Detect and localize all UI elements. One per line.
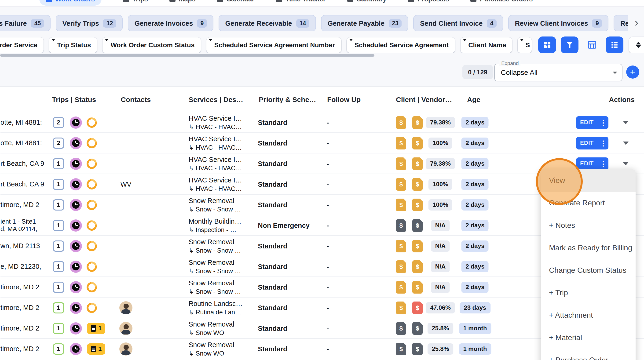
- trip-status-clock-icon[interactable]: [70, 302, 82, 314]
- trip-count-badge[interactable]: 1: [53, 158, 64, 169]
- trip-status-clock-icon[interactable]: [70, 240, 82, 252]
- chips-scroll-right-button[interactable]: ›: [633, 15, 640, 29]
- work-order-progress-icon[interactable]: [84, 300, 99, 315]
- contact-avatar[interactable]: [119, 301, 132, 314]
- work-order-progress-icon[interactable]: [84, 197, 99, 212]
- work-order-progress-icon[interactable]: [84, 218, 99, 232]
- sort-by-button[interactable]: Sort By: [629, 37, 644, 53]
- client-invoice-doc-icon[interactable]: $: [396, 343, 406, 355]
- trip-status-clock-icon[interactable]: [70, 322, 82, 334]
- trip-count-badge[interactable]: 1: [53, 220, 64, 231]
- nav-item-summary[interactable]: Summary: [347, 0, 386, 3]
- status-chip-generate-receivable[interactable]: Generate Receivable14: [218, 15, 316, 31]
- trip-count-badge[interactable]: 1: [53, 261, 64, 272]
- table-row[interactable]: otte, MI 4881:2HVAC Service I…↳ HVAC - H…: [0, 112, 644, 132]
- dataset-icon[interactable]: [538, 36, 556, 53]
- filter-button-work-order-custom-status[interactable]: Work Order Custom Status: [103, 37, 201, 53]
- work-order-progress-icon[interactable]: [84, 280, 99, 294]
- work-order-progress-icon[interactable]: [84, 156, 99, 171]
- grid-view-icon[interactable]: [584, 36, 601, 53]
- work-order-progress-icon[interactable]: [84, 177, 99, 191]
- filter-button-trip-status[interactable]: Trip Status: [49, 37, 97, 53]
- list-view-icon[interactable]: [606, 36, 624, 53]
- trip-count-badge[interactable]: 1: [53, 302, 64, 313]
- edit-button[interactable]: EDIT: [576, 137, 598, 149]
- trip-status-clock-icon[interactable]: [70, 178, 82, 190]
- kebab-menu-button[interactable]: ⋮: [598, 157, 608, 170]
- row-expand-chevron-icon[interactable]: [623, 162, 628, 165]
- trip-status-clock-icon[interactable]: [70, 260, 82, 273]
- menu-item-mark-as-ready-for-billing[interactable]: Mark as Ready for Billing: [541, 237, 636, 259]
- attachment-count-badge[interactable]: 1: [87, 343, 105, 355]
- nav-item-calendar[interactable]: Calendar: [217, 0, 254, 3]
- vendor-invoice-doc-icon[interactable]: $: [412, 322, 422, 335]
- menu-item-notes[interactable]: + Notes: [541, 214, 636, 237]
- nav-item-proposals[interactable]: Proposals: [408, 0, 449, 3]
- menu-item-purchase-order[interactable]: + Purchase Order: [541, 349, 636, 360]
- filter-button-s[interactable]: S: [518, 37, 532, 53]
- vendor-invoice-doc-icon[interactable]: $: [412, 116, 422, 129]
- client-invoice-doc-icon[interactable]: $: [396, 240, 406, 252]
- horizontal-scrollbar[interactable]: [0, 54, 374, 57]
- status-chip-send-client-invoice[interactable]: Send Client Invoice4: [414, 15, 503, 31]
- vendor-invoice-doc-icon[interactable]: $: [412, 219, 422, 232]
- trip-count-badge[interactable]: 1: [53, 343, 64, 355]
- menu-item-change-custom-status[interactable]: Change Custom Status: [541, 259, 636, 282]
- row-expand-chevron-icon[interactable]: [623, 141, 628, 145]
- vendor-invoice-doc-icon[interactable]: $: [412, 157, 422, 170]
- status-chip-generate-invoices[interactable]: Generate Invoices9: [128, 15, 214, 31]
- menu-item-attachment[interactable]: + Attachment: [541, 304, 636, 327]
- menu-item-view[interactable]: View: [541, 169, 636, 192]
- client-invoice-doc-icon[interactable]: $: [396, 301, 406, 314]
- row-expand-chevron-icon[interactable]: [623, 121, 628, 124]
- trip-count-badge[interactable]: 1: [53, 323, 64, 334]
- status-chip-review-client-invoices[interactable]: Review Client Invoices9: [508, 15, 609, 31]
- kebab-menu-button[interactable]: ⋮: [598, 137, 608, 149]
- add-work-order-button[interactable]: +: [626, 65, 639, 79]
- contact-avatar[interactable]: [119, 322, 132, 335]
- trip-count-badge[interactable]: 1: [53, 281, 64, 293]
- nav-item-work-orders[interactable]: Work Orders: [39, 0, 101, 5]
- trip-count-badge[interactable]: 1: [53, 178, 64, 190]
- client-invoice-doc-icon[interactable]: $: [396, 157, 406, 170]
- trip-status-clock-icon[interactable]: [70, 137, 82, 149]
- nav-item-time-tracker[interactable]: Time Tracker: [276, 0, 326, 3]
- status-chip-generate-payable[interactable]: Generate Payable23: [321, 15, 408, 31]
- client-invoice-doc-icon[interactable]: $: [396, 322, 406, 335]
- work-order-progress-icon[interactable]: [84, 115, 99, 129]
- trip-status-clock-icon[interactable]: [70, 281, 82, 293]
- work-order-progress-icon[interactable]: [84, 239, 99, 253]
- menu-item-generate-report[interactable]: Generate Report: [541, 192, 636, 214]
- work-order-progress-icon[interactable]: [84, 136, 99, 150]
- trip-status-clock-icon[interactable]: [70, 343, 82, 355]
- vendor-invoice-doc-icon[interactable]: $: [412, 301, 422, 314]
- client-invoice-doc-icon[interactable]: $: [396, 116, 406, 129]
- client-invoice-doc-icon[interactable]: $: [396, 219, 406, 232]
- filter-add-icon[interactable]: [561, 36, 579, 53]
- table-row[interactable]: otte, MI 4881:2HVAC Service I…↳ HVAC - H…: [0, 132, 644, 153]
- vendor-invoice-doc-icon[interactable]: $: [412, 281, 422, 293]
- filter-button-client-name[interactable]: Client Name: [460, 37, 512, 53]
- vendor-invoice-doc-icon[interactable]: $: [412, 137, 422, 149]
- status-chip-verify-trips[interactable]: Verify Trips12: [56, 15, 123, 31]
- edit-button[interactable]: EDIT: [576, 157, 598, 170]
- vendor-invoice-doc-icon[interactable]: $: [412, 240, 422, 252]
- filter-button-scheduled-service-agreement-number[interactable]: Scheduled Service Agreement Number: [206, 37, 341, 53]
- client-invoice-doc-icon[interactable]: $: [396, 260, 406, 273]
- expand-collapse-select[interactable]: Expand Collapse All: [494, 64, 622, 81]
- client-invoice-doc-icon[interactable]: $: [396, 281, 406, 293]
- edit-button[interactable]: EDIT: [576, 116, 598, 129]
- filter-button-rder-service[interactable]: rder Service: [0, 37, 44, 53]
- contact-avatar[interactable]: [119, 342, 132, 355]
- menu-item-material[interactable]: + Material: [541, 327, 636, 349]
- status-chip-ons-failure[interactable]: ons Failure45: [0, 15, 51, 31]
- menu-item-trip[interactable]: + Trip: [541, 282, 636, 304]
- vendor-invoice-doc-icon[interactable]: $: [412, 260, 422, 273]
- client-invoice-doc-icon[interactable]: $: [396, 137, 406, 149]
- kebab-menu-button[interactable]: ⋮: [598, 116, 608, 129]
- trip-status-clock-icon[interactable]: [70, 219, 82, 231]
- vendor-invoice-doc-icon[interactable]: $: [412, 198, 422, 211]
- nav-item-trips[interactable]: Trips: [123, 0, 148, 3]
- work-order-progress-icon[interactable]: [84, 259, 99, 274]
- nav-item-maps[interactable]: Maps: [170, 0, 196, 3]
